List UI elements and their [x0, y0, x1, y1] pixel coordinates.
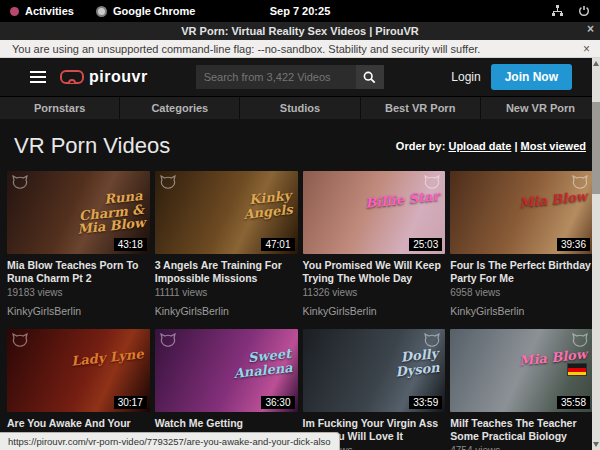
order-upload-date-link[interactable]: Upload date	[448, 140, 511, 152]
studio-cat-logo-icon	[572, 175, 588, 189]
chrome-app-icon	[96, 6, 107, 17]
studio-cat-logo-icon	[12, 175, 28, 189]
search-icon	[363, 71, 376, 84]
nav-item[interactable]: Studios	[239, 97, 359, 119]
video-thumbnail[interactable]: Runa Charm & Mia Blow 43:18	[7, 171, 150, 254]
video-card[interactable]: Runa Charm & Mia Blow 43:18 Mia Blow Tea…	[7, 171, 150, 317]
video-thumbnail[interactable]: Kinky Angels 47:01	[155, 171, 298, 254]
duration-badge: 47:01	[261, 238, 294, 251]
site-logo[interactable]: pirouvr	[60, 68, 148, 86]
login-button[interactable]: Login	[451, 70, 480, 84]
nav-item[interactable]: Best VR Porn	[360, 97, 480, 119]
video-thumbnail[interactable]: Dolly Dyson 33:59	[303, 329, 446, 412]
app-menu-button[interactable]: Google Chrome	[113, 5, 196, 17]
video-thumbnail[interactable]: Mia Blow 35:58	[450, 329, 593, 412]
thumbnail-overlay-text: Billie Star	[365, 189, 440, 210]
studio-cat-logo-icon	[424, 175, 440, 189]
thumbnail-overlay-text: Runa Charm & Mia Blow	[62, 189, 146, 238]
title-row: VR Porn Videos Order by: Upload date | M…	[0, 119, 600, 169]
video-card[interactable]: Mia Blow 39:36 Four Is The Perfect Birth…	[450, 171, 593, 317]
thumbnail-overlay-text: Dolly Dyson	[358, 347, 440, 382]
page-scrollbar[interactable]	[592, 58, 600, 450]
site-logo-text: pirouvr	[89, 68, 148, 86]
video-title-link[interactable]: 3 Angels Are Training For Impossible Mis…	[155, 259, 298, 284]
video-views: 19183 views	[7, 287, 150, 299]
duration-badge: 25:03	[409, 238, 442, 251]
video-title-link[interactable]: Mia Blow Teaches Porn To Runa Charm Pt 2	[7, 259, 150, 284]
studio-cat-logo-icon	[160, 333, 176, 347]
video-grid: Runa Charm & Mia Blow 43:18 Mia Blow Tea…	[0, 169, 600, 450]
order-by-label: Order by:	[396, 140, 446, 152]
scroll-up-icon[interactable]	[593, 61, 599, 66]
tab-close-icon[interactable]: ×	[587, 22, 594, 36]
thumbnail-overlay-text: Mia Blow	[518, 189, 587, 210]
thumbnail-overlay-text: Sweet Analena	[210, 347, 292, 382]
warning-bar: You are using an unsupported command-lin…	[0, 40, 600, 58]
video-views: 11111 views	[155, 287, 298, 299]
video-views: 6958 views	[450, 287, 593, 299]
menu-icon[interactable]	[30, 71, 46, 83]
duration-badge: 39:36	[557, 238, 590, 251]
video-title-link[interactable]: You Promised We Will Keep Trying The Who…	[303, 259, 446, 284]
nav-item[interactable]: Categories	[119, 97, 239, 119]
screen: Activities Google Chrome Sep 7 20:25 VR …	[0, 0, 600, 450]
video-studio-link[interactable]: KinkyGirlsBerlin	[450, 305, 593, 317]
order-most-viewed-link[interactable]: Most viewed	[521, 140, 586, 152]
order-by: Order by: Upload date | Most viewed	[396, 140, 586, 152]
status-url-bar: https://pirouvr.com/vr-porn-video/779325…	[0, 432, 340, 450]
video-card[interactable]: Kinky Angels 47:01 3 Angels Are Training…	[155, 171, 298, 317]
video-thumbnail[interactable]: Mia Blow 39:36	[450, 171, 593, 254]
scroll-down-icon[interactable]	[593, 442, 599, 447]
studio-cat-logo-icon	[572, 333, 588, 347]
site-nav: PornstarsCategoriesStudiosBest VR PornNe…	[0, 96, 600, 119]
video-views: 11326 views	[303, 287, 446, 299]
tab-title: VR Porn: Virtual Reality Sex Videos | Pi…	[181, 25, 418, 37]
video-card[interactable]: Mia Blow 35:58 Milf Teaches The Teacher …	[450, 329, 593, 450]
scrollbar-thumb[interactable]	[592, 102, 600, 194]
network-icon[interactable]	[551, 5, 564, 17]
order-separator: |	[514, 140, 517, 152]
studio-cat-logo-icon	[160, 175, 176, 189]
activities-button[interactable]: Activities	[25, 5, 74, 17]
studio-cat-logo-icon	[424, 333, 440, 347]
nav-item[interactable]: New VR Porn	[480, 97, 600, 119]
site-header: pirouvr Login Join Now	[0, 58, 600, 96]
vr-goggles-icon	[60, 70, 84, 84]
german-flag-icon	[567, 363, 587, 376]
warning-close-icon[interactable]: ×	[583, 42, 590, 56]
duration-badge: 36:30	[261, 396, 294, 409]
join-now-button[interactable]: Join Now	[491, 64, 572, 90]
power-icon[interactable]	[578, 5, 590, 17]
studio-cat-logo-icon	[12, 333, 28, 347]
duration-badge: 33:59	[409, 396, 442, 409]
warning-text: You are using an unsupported command-lin…	[12, 43, 480, 55]
system-clock[interactable]: Sep 7 20:25	[0, 5, 600, 17]
thumbnail-overlay-text: Kinky Angels	[210, 188, 292, 223]
video-thumbnail[interactable]: Sweet Analena 36:30	[155, 329, 298, 412]
duration-badge: 35:58	[557, 396, 590, 409]
video-views: 4754 views	[450, 445, 593, 450]
activities-indicator-icon	[10, 7, 19, 16]
search-button[interactable]	[356, 65, 384, 89]
nav-item[interactable]: Pornstars	[0, 97, 119, 119]
video-studio-link[interactable]: KinkyGirlsBerlin	[7, 305, 150, 317]
search-input[interactable]	[196, 65, 356, 89]
system-top-bar: Activities Google Chrome Sep 7 20:25	[0, 0, 600, 22]
video-studio-link[interactable]: KinkyGirlsBerlin	[155, 305, 298, 317]
thumbnail-overlay-text: Lady Lyne	[71, 347, 145, 368]
video-studio-link[interactable]: KinkyGirlsBerlin	[303, 305, 446, 317]
page-title: VR Porn Videos	[14, 133, 170, 159]
duration-badge: 30:17	[114, 396, 147, 409]
browser-title-bar: VR Porn: Virtual Reality Sex Videos | Pi…	[0, 22, 600, 40]
duration-badge: 43:18	[114, 238, 147, 251]
video-title-link[interactable]: Four Is The Perfect Birthday Party For M…	[450, 259, 593, 284]
video-title-link[interactable]: Milf Teaches The Teacher Some Practical …	[450, 417, 593, 442]
video-thumbnail[interactable]: Billie Star 25:03	[303, 171, 446, 254]
video-thumbnail[interactable]: Lady Lyne 30:17	[7, 329, 150, 412]
video-card[interactable]: Billie Star 25:03 You Promised We Will K…	[303, 171, 446, 317]
